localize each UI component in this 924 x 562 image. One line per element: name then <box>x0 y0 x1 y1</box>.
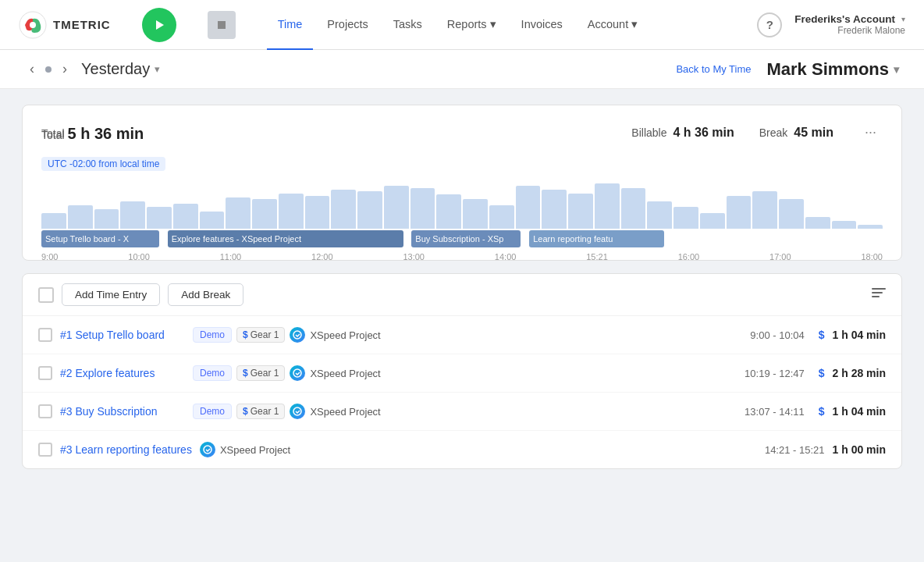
add-time-entry-button[interactable]: Add Time Entry <box>62 283 160 306</box>
project-badge-4[interactable]: XSpeed Project <box>200 442 290 457</box>
chevron-down-icon: ▾ <box>490 0 496 49</box>
svg-rect-6 <box>872 296 880 297</box>
timeline-segment-4[interactable]: Learn reporting featu <box>529 230 663 247</box>
timeline-label-2: 11:00 <box>220 252 242 261</box>
gear-badge-1[interactable]: $ Gear 1 <box>236 327 285 343</box>
entries-header: Add Time Entry Add Break <box>23 274 901 316</box>
timeline-segment-3[interactable]: Buy Subscription - XSp <box>411 230 521 247</box>
svg-point-1 <box>30 22 36 28</box>
svg-rect-5 <box>872 292 883 293</box>
timeline-label-4: 13:00 <box>403 252 425 261</box>
main-content: Total Billable 4 h 36 min Break 45 min ·… <box>0 89 924 485</box>
entry-tags-4: XSpeed Project <box>200 442 751 457</box>
prev-date-button[interactable]: ‹ <box>25 58 39 80</box>
date-bar: ‹ › Yesterday ▾ Back to My Time Mark Sim… <box>0 50 924 89</box>
project-name-1: XSpeed Project <box>310 329 380 341</box>
entry-tags-3: Demo $ Gear 1 XSpeed Project <box>193 404 730 419</box>
project-name-3: XSpeed Project <box>310 406 380 418</box>
timeline-segment-1[interactable]: Setup Trello board - X <box>41 230 159 247</box>
navbar: TMETRIC Time Projects Tasks Reports ▾ In… <box>0 0 924 50</box>
timeline-label-9: 18:00 <box>861 252 883 261</box>
billable-icon-2: $ <box>819 367 825 379</box>
timeline-label-8: 17:00 <box>769 252 791 261</box>
timeline-label-1: 10:00 <box>128 252 150 261</box>
svg-rect-4 <box>872 288 886 290</box>
nav-projects[interactable]: Projects <box>316 0 378 50</box>
summary-card: Total Billable 4 h 36 min Break 45 min ·… <box>22 105 902 261</box>
entry-duration-1: 1 h 04 min <box>833 329 886 341</box>
nav-time[interactable]: Time <box>267 0 314 50</box>
help-button[interactable]: ? <box>757 12 782 37</box>
break-summary: Break 45 min <box>759 126 833 140</box>
account-area[interactable]: Frederiks's Account ▾ Frederik Malone <box>794 13 905 36</box>
stop-button[interactable] <box>208 11 236 39</box>
project-badge-1[interactable]: XSpeed Project <box>290 327 380 343</box>
nav-tasks[interactable]: Tasks <box>382 0 433 50</box>
add-break-button[interactable]: Add Break <box>168 283 243 306</box>
entry-duration-3: 1 h 04 min <box>833 405 886 418</box>
tag-demo-3[interactable]: Demo <box>193 404 232 419</box>
today-dot[interactable] <box>45 66 52 73</box>
sort-button[interactable] <box>872 286 886 303</box>
project-icon-2 <box>290 365 305 381</box>
billable-summary: Billable 4 h 36 min <box>631 126 734 140</box>
entry-title-4[interactable]: #3 Learn reporting features <box>60 443 192 456</box>
entry-title-3[interactable]: #3 Buy Subscription <box>60 405 185 418</box>
project-badge-2[interactable]: XSpeed Project <box>290 365 380 381</box>
tag-demo-1[interactable]: Demo <box>193 327 232 343</box>
entry-checkbox-2[interactable] <box>38 366 52 380</box>
project-icon-1 <box>290 327 305 343</box>
timeline-label-7: 16:00 <box>678 252 700 261</box>
logo-text: TMETRIC <box>53 18 111 31</box>
gear-badge-3[interactable]: $ Gear 1 <box>236 404 285 419</box>
svg-marker-2 <box>156 20 164 30</box>
project-badge-3[interactable]: XSpeed Project <box>290 404 380 419</box>
entry-title-2[interactable]: #2 Explore features <box>60 367 185 379</box>
tag-demo-2[interactable]: Demo <box>193 365 232 381</box>
entry-time-1: 9:00 - 10:04 <box>750 329 804 341</box>
entry-row: #3 Learn reporting features XSpeed Proje… <box>23 431 901 468</box>
nav-right: ? Frederiks's Account ▾ Frederik Malone <box>757 12 905 37</box>
entry-tags-1: Demo $ Gear 1 XSpeed Project <box>193 327 736 343</box>
timeline-segment-2[interactable]: Explore features - XSpeed Project <box>168 230 403 247</box>
nav-reports[interactable]: Reports ▾ <box>436 0 507 50</box>
total-value-main: 5 h 36 min <box>67 125 144 142</box>
nav-account[interactable]: Account ▾ <box>577 0 649 50</box>
timeline-label-5: 14:00 <box>495 252 517 261</box>
nav-invoices[interactable]: Invoices <box>510 0 574 50</box>
back-to-my-time-link[interactable]: Back to My Time <box>676 63 751 75</box>
entries-card: Add Time Entry Add Break #1 Setup Trello… <box>22 273 902 469</box>
billable-icon-3: $ <box>819 405 825 418</box>
entry-checkbox-4[interactable] <box>38 443 52 457</box>
timeline: Setup Trello board - X Explore features … <box>41 182 883 260</box>
logo-area[interactable]: TMETRIC <box>19 11 111 39</box>
entry-tags-2: Demo $ Gear 1 XSpeed Project <box>193 365 730 381</box>
project-name-2: XSpeed Project <box>310 368 380 379</box>
more-options-button[interactable]: ··· <box>858 121 883 144</box>
entry-checkbox-3[interactable] <box>38 404 52 418</box>
entry-title-1[interactable]: #1 Setup Trello board <box>60 329 185 341</box>
break-value: 45 min <box>794 126 833 140</box>
chevron-down-icon: ▾ <box>631 0 638 49</box>
entry-time-2: 10:19 - 12:47 <box>745 368 805 379</box>
next-date-button[interactable]: › <box>58 58 72 80</box>
account-name: Frederiks's Account <box>794 13 895 25</box>
svg-point-7 <box>293 331 301 339</box>
gear-badge-2[interactable]: $ Gear 1 <box>236 365 285 381</box>
select-all-checkbox[interactable] <box>38 287 54 303</box>
date-title[interactable]: Yesterday ▾ <box>81 60 160 78</box>
logo-icon <box>19 11 47 39</box>
entry-row: #1 Setup Trello board Demo $ Gear 1 XSpe… <box>23 316 901 354</box>
member-name[interactable]: Mark Simmons ▾ <box>767 59 900 80</box>
play-button[interactable] <box>142 8 176 42</box>
svg-point-10 <box>204 446 211 454</box>
timeline-label-6: 15:21 <box>586 252 608 261</box>
project-icon-4 <box>200 442 215 457</box>
chevron-down-icon: ▾ <box>901 15 905 23</box>
entry-checkbox-1[interactable] <box>38 328 52 342</box>
svg-point-9 <box>293 407 301 415</box>
break-label: Break <box>759 126 788 139</box>
nav-links: Time Projects Tasks Reports ▾ Invoices A… <box>267 0 733 50</box>
timeline-label-0: 9:00 <box>41 252 58 261</box>
billable-icon-1: $ <box>819 329 825 341</box>
